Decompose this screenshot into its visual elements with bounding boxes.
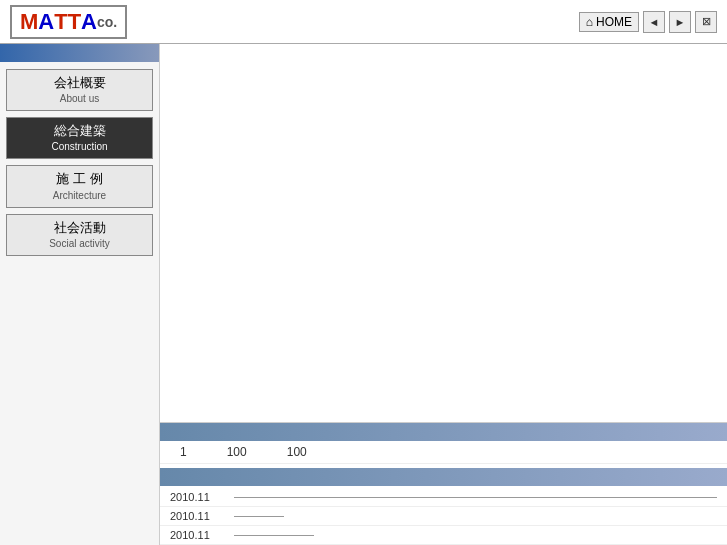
sidebar-item-construction-en: Construction (9, 140, 150, 154)
news-date-2: 2010.11 (170, 510, 220, 522)
header: MATTAco. ⌂ HOME ◄ ► ⊠ (0, 0, 727, 44)
sidebar-item-architecture[interactable]: 施 工 例 Architecture (6, 165, 153, 207)
home-button[interactable]: ⌂ HOME (579, 12, 639, 32)
sidebar-item-about-en: About us (9, 92, 150, 106)
news-bar (160, 468, 727, 486)
stats-row: 1 100 100 (160, 441, 727, 464)
sidebar-item-construction-jp: 総合建築 (9, 122, 150, 140)
sidebar-item-about[interactable]: 会社概要 About us (6, 69, 153, 111)
news-item-1: 2010.11 (160, 488, 727, 507)
home-icon: ⌂ (586, 15, 593, 29)
main-container: 会社概要 About us 総合建築 Construction 施 工 例 Ar… (0, 44, 727, 545)
sidebar-item-architecture-en: Architecture (9, 189, 150, 203)
news-item-2: 2010.11 (160, 507, 727, 526)
stat-100a: 100 (227, 445, 247, 459)
sidebar-item-architecture-jp: 施 工 例 (9, 170, 150, 188)
sidebar-item-social-en: Social activity (9, 237, 150, 251)
sidebar: 会社概要 About us 総合建築 Construction 施 工 例 Ar… (0, 44, 160, 545)
news-line-1 (234, 497, 717, 498)
stats-bar (160, 423, 727, 441)
content-banner (160, 44, 727, 423)
sidebar-item-about-jp: 会社概要 (9, 74, 150, 92)
news-section: 2010.11 2010.11 2010.11 (160, 464, 727, 545)
news-date-1: 2010.11 (170, 491, 220, 503)
nav-icons: ⌂ HOME ◄ ► ⊠ (579, 11, 717, 33)
news-line-3 (234, 535, 314, 536)
nav-back-button[interactable]: ◄ (643, 11, 665, 33)
nav-forward-button[interactable]: ► (669, 11, 691, 33)
news-line-2 (234, 516, 284, 517)
content-area: 1 100 100 2010.11 2010.11 2010.11 (160, 44, 727, 545)
sidebar-top-bar (0, 44, 159, 62)
sidebar-item-social[interactable]: 社会活動 Social activity (6, 214, 153, 256)
home-label: HOME (596, 15, 632, 29)
news-date-3: 2010.11 (170, 529, 220, 541)
logo: MATTAco. (10, 5, 127, 39)
stat-count: 1 (180, 445, 187, 459)
stats-section: 1 100 100 (160, 423, 727, 464)
sidebar-item-social-jp: 社会活動 (9, 219, 150, 237)
stat-100b: 100 (287, 445, 307, 459)
nav-close-button[interactable]: ⊠ (695, 11, 717, 33)
news-item-3: 2010.11 (160, 526, 727, 545)
sidebar-item-construction[interactable]: 総合建築 Construction (6, 117, 153, 159)
